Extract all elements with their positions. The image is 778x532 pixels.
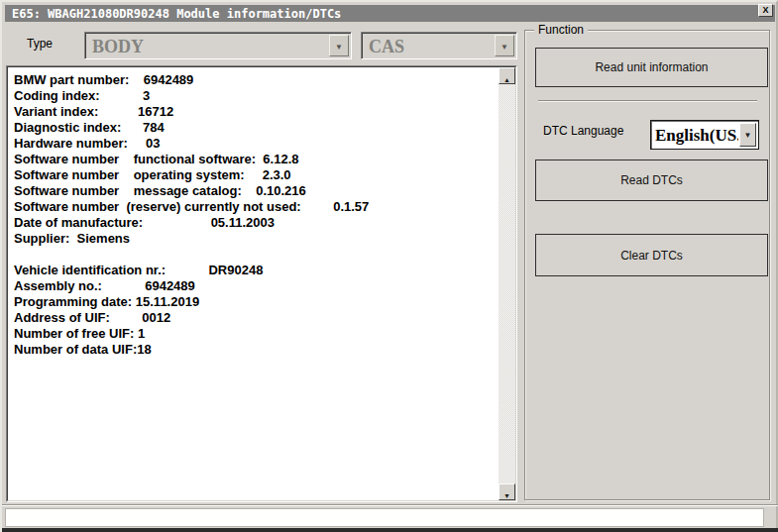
scroll-up-button[interactable]: ▲ xyxy=(499,67,515,84)
module-cas-value: CAS xyxy=(369,35,493,58)
dtc-language-dropdown-button[interactable]: ▼ xyxy=(739,123,756,147)
dtc-language-value: English(US. xyxy=(655,122,738,149)
window-title: E65: WBAGH21080DR90248 Module informatio… xyxy=(5,7,341,21)
read-dtcs-label: Read DTCs xyxy=(620,173,683,187)
chevron-down-icon: ▼ xyxy=(335,43,343,52)
scroll-down-button[interactable]: ▼ xyxy=(499,483,515,500)
window-bottom-edge xyxy=(2,528,778,532)
type-body-value: BODY xyxy=(92,35,327,58)
read-unit-information-button[interactable]: Read unit information xyxy=(535,48,768,87)
scroll-down-icon: ▼ xyxy=(503,492,510,499)
function-group-title: Function xyxy=(534,23,588,37)
bottom-ridge xyxy=(2,504,778,506)
module-cas-select[interactable]: CAS ▼ xyxy=(361,32,517,59)
read-unit-information-label: Read unit information xyxy=(595,60,708,74)
close-button[interactable]: X xyxy=(758,4,773,17)
module-info-panel: BMW part number: 6942489 Coding index: 3… xyxy=(6,65,517,502)
dtc-language-label: DTC Language xyxy=(543,124,623,138)
clear-dtcs-button[interactable]: Clear DTCs xyxy=(535,234,768,276)
function-group: Read unit information DTC Language Engli… xyxy=(524,30,770,500)
clear-dtcs-label: Clear DTCs xyxy=(620,249,683,263)
module-info-window: E65: WBAGH21080DR90248 Module informatio… xyxy=(0,0,778,532)
chevron-down-icon: ▼ xyxy=(744,131,752,140)
vertical-scrollbar[interactable]: ▲ ▼ xyxy=(499,67,515,500)
titlebar[interactable]: E65: WBAGH21080DR90248 Module informatio… xyxy=(5,5,775,22)
read-dtcs-button[interactable]: Read DTCs xyxy=(535,160,768,201)
close-icon: X xyxy=(762,5,768,15)
module-info-textarea[interactable]: BMW part number: 6942489 Coding index: 3… xyxy=(7,66,516,501)
type-body-select[interactable]: BODY ▼ xyxy=(84,32,352,59)
type-body-dropdown-button[interactable]: ▼ xyxy=(329,35,349,56)
scroll-up-icon: ▲ xyxy=(503,76,510,83)
module-info-text: BMW part number: 6942489 Coding index: 3… xyxy=(8,67,498,500)
chevron-down-icon: ▼ xyxy=(500,43,508,52)
module-cas-dropdown-button[interactable]: ▼ xyxy=(495,35,514,56)
function-divider xyxy=(538,100,757,102)
type-label: Type xyxy=(27,37,53,51)
status-bar xyxy=(5,508,764,527)
dtc-language-select[interactable]: English(US. ▼ xyxy=(650,120,759,150)
